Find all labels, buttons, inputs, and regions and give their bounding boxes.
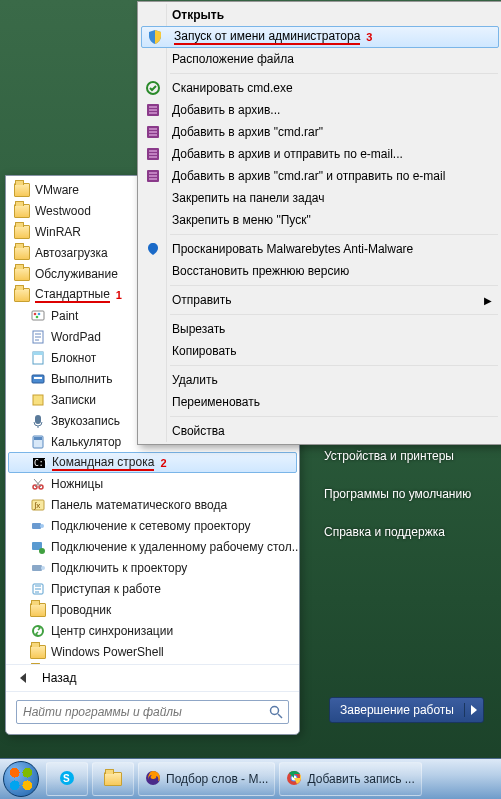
- folder-icon: [14, 287, 30, 303]
- explorer-icon: [104, 772, 122, 786]
- program-label: Панель математического ввода: [51, 498, 227, 512]
- start-program-item[interactable]: Центр синхронизации: [8, 620, 297, 641]
- taskbar-button[interactable]: Подбор слов - М...: [138, 762, 275, 796]
- svg-line-21: [35, 479, 42, 487]
- start-program-item[interactable]: Ножницы: [8, 473, 297, 494]
- right-pane-link[interactable]: Программы по умолчанию: [324, 487, 496, 501]
- chevron-right-icon: [466, 702, 482, 718]
- svg-rect-29: [32, 565, 42, 571]
- context-menu-separator: [170, 73, 498, 74]
- start-program-item[interactable]: ∫xПанель математического ввода: [8, 494, 297, 515]
- context-menu-separator: [170, 234, 498, 235]
- search-icon: [268, 704, 284, 720]
- context-menu-item[interactable]: Восстановить прежнюю версию: [140, 260, 500, 282]
- context-menu-item[interactable]: Закрепить на панели задач: [140, 187, 500, 209]
- svg-point-2: [38, 312, 41, 315]
- svg-rect-45: [149, 150, 157, 152]
- context-menu-label: Запуск от имени администратора: [174, 29, 360, 45]
- run-icon: [30, 371, 46, 387]
- context-menu-label: Добавить в архив "cmd.rar" и отправить п…: [172, 169, 445, 183]
- start-menu-right-pane: Панель управленияУстройства и принтерыПр…: [300, 397, 496, 733]
- search-input[interactable]: [21, 704, 268, 720]
- svg-point-32: [33, 626, 43, 636]
- svg-line-34: [278, 714, 282, 718]
- svg-rect-41: [149, 128, 157, 130]
- back-button[interactable]: Назад: [6, 664, 299, 691]
- shutdown-button[interactable]: Завершение работы: [329, 697, 484, 723]
- context-menu-item[interactable]: Отправить▶: [140, 289, 500, 311]
- context-menu-item[interactable]: Расположение файла: [140, 48, 500, 70]
- context-menu-label: Добавить в архив...: [172, 103, 280, 117]
- start-program-item[interactable]: Подключить к проектору: [8, 557, 297, 578]
- context-menu-item[interactable]: Свойства: [140, 420, 500, 442]
- chrome-icon: [286, 770, 302, 789]
- taskbar-button[interactable]: [92, 762, 134, 796]
- skype-icon: S: [59, 770, 75, 789]
- start-button[interactable]: [0, 759, 42, 799]
- context-menu-item[interactable]: Добавить в архив...: [140, 99, 500, 121]
- program-label: Командная строка: [52, 455, 154, 471]
- context-menu-item[interactable]: Вырезать: [140, 318, 500, 340]
- search-row: [6, 691, 299, 734]
- context-menu-item[interactable]: Запуск от имени администратора3: [141, 26, 499, 48]
- context-menu-item[interactable]: Сканировать cmd.exe: [140, 77, 500, 99]
- svg-rect-11: [34, 377, 42, 379]
- context-menu-item[interactable]: Добавить в архив и отправить по e-mail..…: [140, 143, 500, 165]
- context-menu[interactable]: ОткрытьЗапуск от имени администратора3Ра…: [137, 1, 501, 445]
- context-menu-item[interactable]: Добавить в архив "cmd.rar": [140, 121, 500, 143]
- program-label: Калькулятор: [51, 435, 121, 449]
- soundrec-icon: [30, 413, 46, 429]
- rar-icon: [145, 102, 161, 118]
- svg-rect-25: [32, 523, 41, 529]
- start-program-item[interactable]: Подключение к удаленному рабочему стол..…: [8, 536, 297, 557]
- start-program-item[interactable]: Подключение к сетевому проектору: [8, 515, 297, 536]
- folder-icon: [30, 644, 46, 660]
- context-menu-item[interactable]: Добавить в архив "cmd.rar" и отправить п…: [140, 165, 500, 187]
- mbam-icon: [145, 241, 161, 257]
- shutdown-menu-arrow[interactable]: [465, 702, 483, 718]
- svg-point-28: [39, 548, 45, 554]
- context-menu-label: Вырезать: [172, 322, 225, 336]
- context-menu-label: Открыть: [172, 8, 224, 22]
- start-program-item[interactable]: Приступая к работе: [8, 578, 297, 599]
- sync-icon: [30, 623, 46, 639]
- taskbar-buttons: SПодбор слов - М...Добавить запись ...: [42, 762, 422, 796]
- program-label: Windows PowerShell: [51, 645, 164, 659]
- search-box[interactable]: [16, 700, 289, 724]
- taskbar-button-label: Подбор слов - М...: [166, 772, 268, 786]
- context-menu-label: Закрепить на панели задач: [172, 191, 324, 205]
- context-menu-label: Копировать: [172, 344, 237, 358]
- context-menu-label: Восстановить прежнюю версию: [172, 264, 349, 278]
- program-label: Приступая к работе: [51, 582, 161, 596]
- svg-point-1: [34, 312, 37, 315]
- context-menu-item[interactable]: Переименовать: [140, 391, 500, 413]
- context-menu-item[interactable]: Открыть: [140, 4, 500, 26]
- taskbar-button[interactable]: Добавить запись ...: [279, 762, 421, 796]
- projector-icon: [30, 560, 46, 576]
- start-program-item[interactable]: Проводник: [8, 599, 297, 620]
- taskbar-button[interactable]: S: [46, 762, 88, 796]
- start-program-item[interactable]: Windows PowerShell: [8, 641, 297, 662]
- annotation-marker: 2: [160, 457, 166, 469]
- start-program-item[interactable]: C:\Командная строка2: [8, 452, 297, 473]
- shield-icon: [147, 29, 163, 45]
- right-pane-link[interactable]: Справка и поддержка: [324, 525, 496, 539]
- svg-rect-12: [33, 395, 43, 405]
- folder-label: Обслуживание: [35, 267, 118, 281]
- submenu-arrow-icon: ▶: [484, 295, 492, 306]
- sticky-icon: [30, 392, 46, 408]
- paint-icon: [30, 308, 46, 324]
- context-menu-item[interactable]: Удалить: [140, 369, 500, 391]
- right-pane-link[interactable]: Устройства и принтеры: [324, 449, 496, 463]
- program-label: Звукозапись: [51, 414, 120, 428]
- program-label: Ножницы: [51, 477, 103, 491]
- context-menu-item[interactable]: Закрепить в меню "Пуск": [140, 209, 500, 231]
- context-menu-item[interactable]: Копировать: [140, 340, 500, 362]
- program-label: Подключение к удаленному рабочему стол..…: [51, 540, 299, 554]
- folder-label: VMware: [35, 183, 79, 197]
- context-menu-item[interactable]: Просканировать Malwarebytes Anti-Malware: [140, 238, 500, 260]
- taskbar[interactable]: SПодбор слов - М...Добавить запись ...: [0, 758, 501, 799]
- rdp-icon: [30, 539, 46, 555]
- context-menu-label: Добавить в архив "cmd.rar": [172, 125, 323, 139]
- folder-icon: [14, 266, 30, 282]
